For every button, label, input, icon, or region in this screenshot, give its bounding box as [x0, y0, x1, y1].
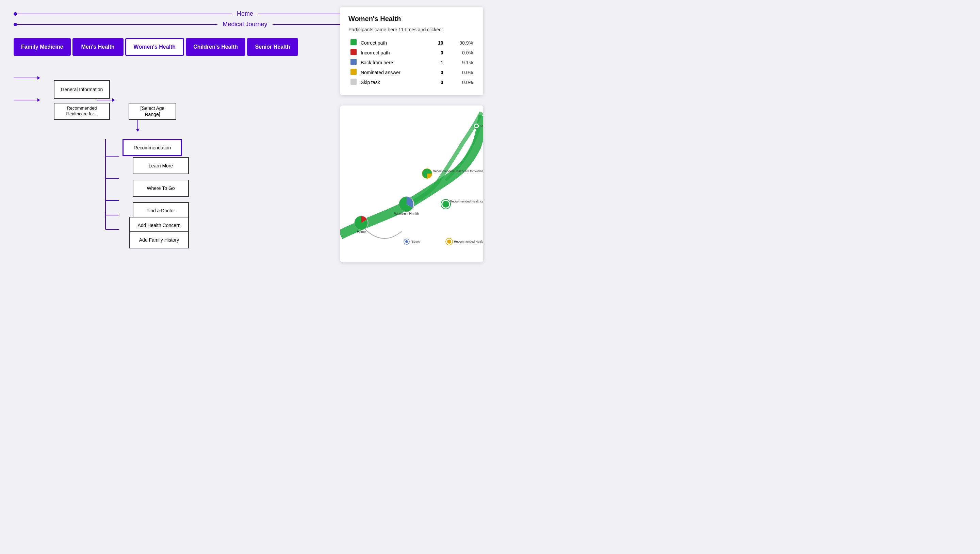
- info-stat-row: Correct path 10 90.9%: [348, 38, 475, 48]
- info-stat-row: Back from here 1 9.1%: [348, 57, 475, 67]
- stat-color-swatch: [350, 69, 356, 75]
- nav-dot-left-home: [14, 12, 17, 16]
- stat-count: 0: [430, 77, 447, 87]
- svg-point-25: [405, 240, 408, 243]
- svg-text:Home: Home: [357, 230, 366, 234]
- svg-point-31: [475, 124, 478, 127]
- info-title: Women's Health: [348, 15, 475, 23]
- stat-pct: 0.0%: [447, 77, 475, 87]
- node-add-family-history[interactable]: Add Family History: [129, 231, 189, 248]
- nav-line-left-home: [17, 14, 232, 14]
- node-where-to-go[interactable]: Where To Go: [133, 180, 189, 197]
- svg-text:Search: Search: [412, 240, 422, 243]
- stat-label: Back from here: [359, 57, 430, 67]
- nav-line-left-journey: [17, 24, 218, 25]
- stat-color-swatch: [350, 49, 356, 55]
- info-panel: Women's Health Participants came here 11…: [340, 7, 483, 95]
- stat-pct: 0.0%: [447, 67, 475, 77]
- stat-count: 1: [430, 57, 447, 67]
- svg-point-28: [447, 240, 451, 244]
- node-recommendation[interactable]: Recommendation: [123, 139, 182, 156]
- stat-pct: 9.1%: [447, 57, 475, 67]
- stat-color-swatch: [350, 79, 356, 85]
- svg-text:Recommended Healthcare for Wom: Recommended Healthcare for Women...: [450, 200, 483, 203]
- svg-rect-14: [340, 105, 483, 262]
- stat-color-swatch: [350, 59, 356, 65]
- stat-count: 10: [430, 38, 447, 48]
- stat-pct: 0.0%: [447, 48, 475, 57]
- home-nav-label[interactable]: Home: [232, 10, 258, 18]
- info-stat-row: Incorrect path 0 0.0%: [348, 48, 475, 57]
- tab-mens-health[interactable]: Men's Health: [73, 38, 124, 56]
- flow-nodes: General Information Recommended Healthca…: [14, 66, 218, 256]
- tab-senior-health[interactable]: Senior Health: [247, 38, 298, 56]
- info-stat-row: Skip task 0 0.0%: [348, 77, 475, 87]
- svg-text:Add Cur: Add Cur: [480, 124, 483, 127]
- stat-color-swatch: [350, 39, 356, 45]
- svg-point-20: [442, 201, 449, 208]
- node-recommended-healthcare[interactable]: Recommended Healthcare for...: [54, 103, 110, 120]
- stat-label: Skip task: [359, 77, 430, 87]
- node-select-age[interactable]: [Select Age Range]: [129, 103, 176, 120]
- node-general-info[interactable]: General Information: [54, 80, 110, 99]
- info-stat-row: Nominated answer 0 0.0%: [348, 67, 475, 77]
- info-stats-table: Correct path 10 90.9% Incorrect path 0 0…: [348, 38, 475, 87]
- stat-pct: 90.9%: [447, 38, 475, 48]
- svg-text:Recommended Healthcare for Wom: Recommended Healthcare for Women...: [433, 169, 483, 173]
- stat-count: 0: [430, 67, 447, 77]
- stat-label: Nominated answer: [359, 67, 430, 77]
- stat-count: 0: [430, 48, 447, 57]
- tab-family-medicine[interactable]: Family Medicine: [14, 38, 71, 56]
- tab-childrens-health[interactable]: Children's Health: [186, 38, 245, 56]
- info-subtitle: Participants came here 11 times and clic…: [348, 27, 475, 32]
- stat-label: Correct path: [359, 38, 430, 48]
- svg-text:Recommended Healthcare for Sen: Recommended Healthcare for Senio...: [454, 240, 483, 243]
- journey-nav-label[interactable]: Medical Journey: [218, 21, 272, 28]
- stat-label: Incorrect path: [359, 48, 430, 57]
- tab-womens-health[interactable]: Women's Health: [125, 38, 185, 56]
- node-learn-more[interactable]: Learn More: [133, 157, 189, 174]
- viz-panel: Home Women's Health Recommended Healthca…: [340, 105, 483, 262]
- nav-dot-left-journey: [14, 23, 17, 26]
- svg-text:Women's Health: Women's Health: [395, 212, 419, 216]
